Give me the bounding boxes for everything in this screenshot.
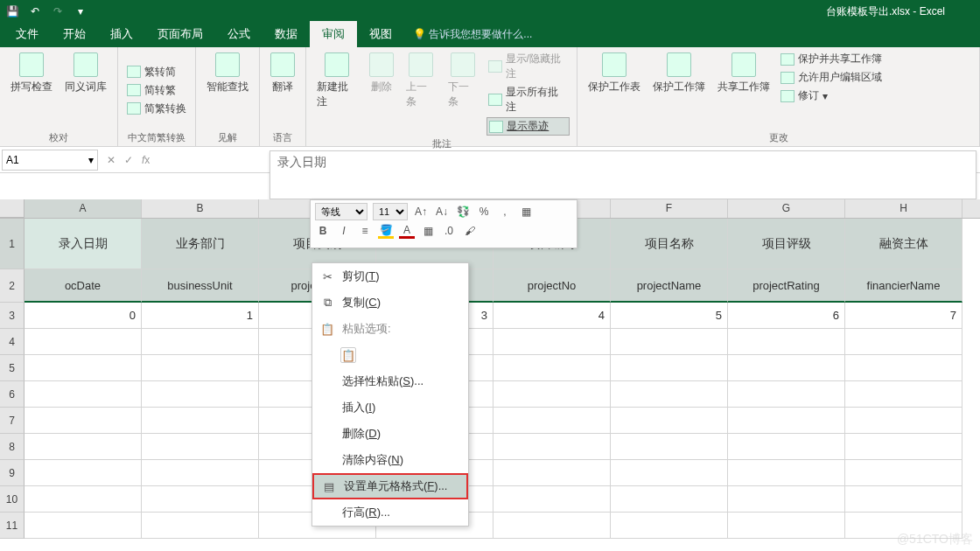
cell[interactable]: projectRating: [728, 269, 845, 303]
cell[interactable]: [494, 381, 611, 408]
format-painter-icon[interactable]: 🖌: [462, 223, 478, 239]
cell[interactable]: 项目评级: [728, 219, 845, 269]
cell[interactable]: [845, 355, 962, 381]
cell[interactable]: [728, 486, 845, 513]
row-header[interactable]: 2: [0, 269, 24, 303]
ctx-paste-icon-row[interactable]: 📋: [312, 342, 468, 368]
cell[interactable]: [728, 513, 845, 539]
tab-insert[interactable]: 插入: [98, 21, 145, 47]
spellcheck-button[interactable]: 拼写检查: [7, 51, 56, 96]
row-header[interactable]: 7: [0, 408, 24, 434]
cell[interactable]: [494, 434, 611, 460]
cell[interactable]: 6: [728, 303, 845, 329]
cell[interactable]: [142, 355, 259, 381]
cell[interactable]: [24, 486, 142, 513]
cell[interactable]: 融资主体: [845, 219, 962, 269]
tab-view[interactable]: 视图: [357, 21, 404, 47]
fx-icon[interactable]: fx: [142, 154, 150, 166]
fill-color-icon[interactable]: 🪣: [378, 223, 394, 239]
percent-icon[interactable]: %: [476, 204, 492, 220]
protect-share-button[interactable]: 保护并共享工作簿: [779, 51, 884, 67]
cell[interactable]: [845, 434, 962, 460]
col-header[interactable]: B: [142, 199, 259, 218]
cell[interactable]: [142, 513, 259, 539]
row-header[interactable]: 1: [0, 219, 24, 269]
track-changes-button[interactable]: 修订 ▾: [779, 87, 884, 104]
col-header[interactable]: F: [611, 199, 728, 218]
cell[interactable]: [142, 486, 259, 513]
row-header[interactable]: 5: [0, 355, 24, 381]
cell[interactable]: [611, 460, 728, 486]
formula-input[interactable]: 录入日期: [270, 150, 976, 199]
delete-comment-button[interactable]: 删除: [366, 51, 397, 96]
borders-icon[interactable]: ▦: [420, 223, 436, 239]
row-header[interactable]: 10: [0, 486, 24, 513]
select-all-corner[interactable]: [0, 199, 24, 218]
cell[interactable]: [845, 381, 962, 408]
currency-icon[interactable]: 💱: [455, 204, 471, 220]
font-color-icon[interactable]: A: [399, 223, 415, 239]
share-workbook-button[interactable]: 共享工作簿: [714, 51, 774, 96]
cell[interactable]: 1: [142, 303, 259, 329]
decrease-font-icon[interactable]: A↓: [434, 204, 450, 220]
cell[interactable]: [728, 329, 845, 355]
cell[interactable]: 业务部门: [142, 219, 259, 269]
cell[interactable]: 5: [611, 303, 728, 329]
cell[interactable]: [142, 408, 259, 434]
cell[interactable]: [494, 355, 611, 381]
next-comment-button[interactable]: 下一条: [444, 51, 481, 111]
increase-font-icon[interactable]: A↑: [413, 204, 429, 220]
row-header[interactable]: 6: [0, 381, 24, 408]
cell[interactable]: [142, 329, 259, 355]
cell[interactable]: [24, 381, 142, 408]
cell[interactable]: [845, 408, 962, 434]
ctx-paste-special[interactable]: 选择性粘贴(S)...: [312, 368, 468, 394]
thesaurus-button[interactable]: 同义词库: [61, 51, 110, 96]
protect-sheet-button[interactable]: 保护工作表: [584, 51, 644, 96]
smart-lookup-button[interactable]: 智能查找: [203, 51, 252, 96]
cell[interactable]: [142, 381, 259, 408]
redo-icon[interactable]: ↷: [51, 4, 65, 18]
ctx-cut[interactable]: ✂剪切(T): [312, 263, 468, 289]
cell[interactable]: [494, 513, 611, 539]
cell[interactable]: 项目名称: [611, 219, 728, 269]
cell[interactable]: [845, 460, 962, 486]
cell[interactable]: [611, 381, 728, 408]
save-icon[interactable]: 💾: [5, 4, 19, 18]
cell[interactable]: [24, 513, 142, 539]
allow-edit-ranges-button[interactable]: 允许用户编辑区域: [779, 69, 884, 86]
translate-button[interactable]: 翻译: [267, 51, 298, 96]
undo-icon[interactable]: ↶: [28, 4, 42, 18]
col-header[interactable]: H: [845, 199, 962, 218]
tab-formulas[interactable]: 公式: [215, 21, 262, 47]
prev-comment-button[interactable]: 上一条: [402, 51, 439, 111]
cell[interactable]: [494, 329, 611, 355]
show-all-comments-button[interactable]: 显示所有批注: [486, 84, 570, 115]
ctx-clear[interactable]: 清除内容(N): [312, 447, 468, 473]
row-header[interactable]: 3: [0, 303, 24, 329]
ctx-insert[interactable]: 插入(I): [312, 394, 468, 421]
col-header[interactable]: A: [24, 199, 142, 218]
cell[interactable]: financierName: [845, 269, 962, 303]
convert-button[interactable]: 简繁转换: [125, 101, 188, 117]
new-comment-button[interactable]: 新建批注: [313, 51, 360, 111]
tab-data[interactable]: 数据: [262, 21, 310, 47]
cell-style-icon[interactable]: ▦: [518, 204, 534, 220]
bold-icon[interactable]: B: [315, 223, 331, 239]
cell[interactable]: [728, 408, 845, 434]
cell[interactable]: 7: [845, 303, 962, 329]
decimal-icon[interactable]: .0: [441, 223, 457, 239]
cell[interactable]: 录入日期: [24, 219, 142, 269]
qat-dropdown-icon[interactable]: ▾: [74, 4, 88, 18]
cell[interactable]: [142, 434, 259, 460]
cell[interactable]: [24, 460, 142, 486]
col-header[interactable]: G: [728, 199, 845, 218]
cell[interactable]: [728, 460, 845, 486]
ctx-row-height[interactable]: 行高(R)...: [312, 499, 468, 526]
row-header[interactable]: 8: [0, 434, 24, 460]
protect-workbook-button[interactable]: 保护工作簿: [649, 51, 709, 96]
enter-icon[interactable]: ✓: [124, 154, 133, 166]
tab-home[interactable]: 开始: [51, 21, 98, 47]
cell[interactable]: [611, 329, 728, 355]
font-size-select[interactable]: 11: [373, 203, 408, 220]
